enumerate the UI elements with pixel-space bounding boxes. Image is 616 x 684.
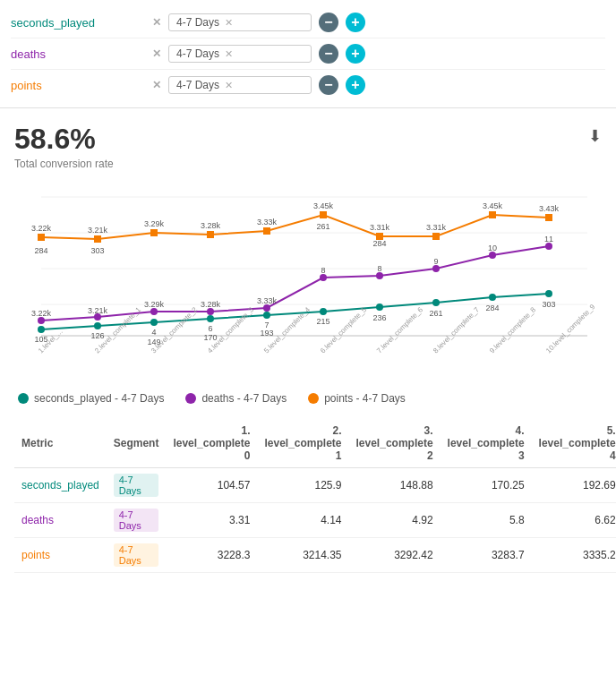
filter-tag-label-points: 4-7 Days [176, 79, 219, 91]
legend-item-deaths: deaths - 4-7 Days [185, 392, 287, 405]
download-button[interactable]: ⬇ [588, 126, 602, 146]
filter-label-points: points [11, 79, 145, 92]
minus-button-deaths[interactable]: − [319, 44, 338, 64]
svg-point-37 [432, 265, 440, 272]
svg-text:3.45k: 3.45k [483, 201, 503, 210]
svg-point-52 [150, 319, 158, 326]
val-s-4: 192.69 [532, 468, 616, 503]
svg-text:9.level_complete_8: 9.level_complete_8 [488, 305, 537, 355]
svg-text:3.28k: 3.28k [201, 300, 221, 309]
val-p-3: 3283.7 [441, 538, 532, 573]
svg-text:3.28k: 3.28k [201, 221, 221, 230]
legend-label-points: points - 4-7 Days [324, 392, 406, 405]
col-lc2: 3.level_complete2 [349, 419, 441, 468]
svg-text:3.33k: 3.33k [257, 218, 278, 227]
legend-dot-deaths [185, 393, 196, 404]
svg-text:4: 4 [151, 328, 156, 337]
svg-point-32 [150, 308, 158, 315]
legend-label-seconds: seconds_played - 4-7 Days [34, 392, 164, 405]
metric-seconds[interactable]: seconds_played [14, 468, 107, 503]
filter-tag-points: 4-7 Days ✕ [168, 76, 312, 94]
plus-button-deaths[interactable]: + [346, 44, 365, 64]
filter-label-deaths: deaths [11, 47, 145, 61]
svg-rect-15 [545, 214, 552, 221]
chart-legend: seconds_played - 4-7 Days deaths - 4-7 D… [14, 392, 602, 405]
minus-button-points[interactable]: − [319, 75, 338, 95]
val-s-2: 148.88 [349, 468, 441, 503]
val-s-3: 170.25 [441, 468, 532, 503]
svg-text:10: 10 [488, 244, 497, 252]
svg-point-58 [489, 294, 496, 301]
segment-points: 4-7 Days [107, 538, 167, 573]
svg-point-55 [320, 308, 327, 315]
svg-rect-14 [489, 211, 496, 218]
table-header-row: Metric Segment 1.level_complete0 2.level… [14, 419, 616, 468]
filter-remove-deaths[interactable]: ✕ [152, 47, 161, 60]
svg-text:236: 236 [372, 313, 386, 322]
plus-button-seconds[interactable]: + [346, 13, 365, 32]
legend-dot-points [308, 393, 319, 404]
filter-tag-deaths: 4-7 Days ✕ [168, 45, 312, 63]
legend-label-deaths: deaths - 4-7 Days [201, 392, 287, 405]
col-metric: Metric [14, 419, 107, 468]
col-lc3: 4.level_complete3 [441, 419, 532, 468]
val-p-4: 3335.2 [532, 538, 616, 573]
svg-text:11: 11 [544, 235, 553, 244]
svg-point-35 [320, 274, 327, 281]
plus-button-points[interactable]: + [346, 75, 365, 95]
metric-points[interactable]: points [14, 538, 107, 573]
svg-point-59 [545, 290, 552, 297]
svg-text:284: 284 [485, 304, 499, 312]
filter-tag-label-deaths: 4-7 Days [176, 47, 219, 60]
svg-point-57 [432, 299, 440, 306]
table-row: seconds_played 4-7 Days 104.57 125.9 148… [14, 468, 616, 503]
svg-text:10.level_complete_9: 10.level_complete_9 [544, 303, 596, 355]
filter-label-seconds: seconds_played [11, 16, 145, 30]
filter-remove-points[interactable]: ✕ [152, 79, 161, 91]
legend-item-seconds: seconds_played - 4-7 Days [18, 392, 164, 405]
svg-point-38 [489, 252, 496, 259]
svg-text:3.22k: 3.22k [31, 309, 52, 318]
conversion-label: Total conversion rate [14, 158, 588, 170]
col-lc0: 1.level_complete0 [166, 419, 257, 468]
metric-deaths[interactable]: deaths [14, 503, 107, 538]
svg-text:3.45k: 3.45k [313, 201, 334, 210]
svg-text:261: 261 [429, 309, 442, 318]
svg-text:3.29k: 3.29k [144, 219, 165, 228]
val-d-1: 4.14 [257, 503, 348, 538]
col-segment: Segment [107, 419, 167, 468]
svg-point-50 [38, 326, 45, 333]
svg-text:3.31k: 3.31k [426, 223, 447, 232]
svg-text:3.21k: 3.21k [88, 226, 108, 235]
minus-button-seconds[interactable]: − [319, 13, 338, 32]
filter-tag-remove-deaths[interactable]: ✕ [225, 48, 233, 60]
legend-dot-seconds [18, 393, 29, 404]
filter-row-deaths: deaths ✕ 4-7 Days ✕ − + [11, 38, 605, 70]
filter-tag-seconds: 4-7 Days ✕ [168, 13, 312, 31]
filter-tag-remove-seconds[interactable]: ✕ [225, 17, 233, 29]
svg-rect-7 [94, 235, 101, 243]
svg-point-34 [263, 304, 270, 312]
svg-text:303: 303 [90, 246, 104, 255]
svg-rect-10 [263, 227, 270, 235]
val-d-3: 5.8 [441, 503, 532, 538]
filter-remove-seconds[interactable]: ✕ [152, 16, 161, 29]
svg-text:8: 8 [321, 266, 325, 275]
segment-seconds: 4-7 Days [107, 468, 167, 503]
svg-rect-6 [38, 234, 45, 241]
table-row: points 4-7 Days 3228.3 3214.35 3292.42 3… [14, 538, 616, 573]
main-content: 58.6% Total conversion rate ⬇ [0, 108, 616, 587]
chart-container: 3.22k 3.21k 3.29k 3.28k 3.33k 3.45k 3.31… [14, 188, 596, 385]
svg-text:3.31k: 3.31k [370, 223, 390, 232]
val-p-0: 3228.3 [166, 538, 257, 573]
svg-text:3.21k: 3.21k [88, 306, 108, 315]
filter-row-seconds: seconds_played ✕ 4-7 Days ✕ − + [11, 7, 605, 38]
svg-text:284: 284 [34, 246, 47, 255]
svg-point-54 [263, 312, 270, 319]
filter-tag-remove-points[interactable]: ✕ [225, 80, 233, 91]
data-table: Metric Segment 1.level_complete0 2.level… [14, 419, 616, 573]
svg-point-33 [207, 308, 214, 315]
val-d-2: 4.92 [349, 503, 441, 538]
svg-text:8: 8 [377, 264, 381, 273]
svg-rect-13 [432, 233, 440, 240]
